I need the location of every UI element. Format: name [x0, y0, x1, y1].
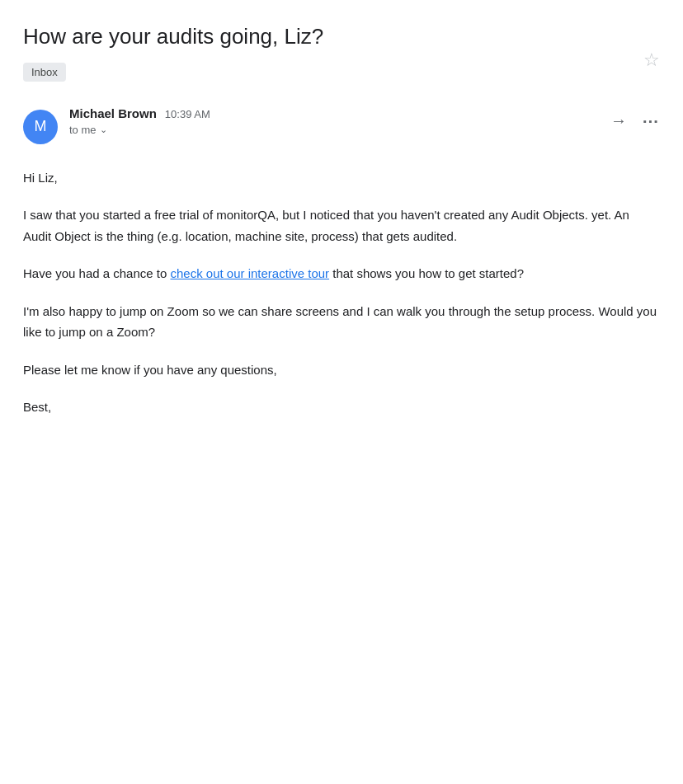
sender-info: Michael Brown 10:39 AM to me ⌄ — [69, 106, 610, 136]
sender-name-row: Michael Brown 10:39 AM — [69, 106, 610, 120]
paragraph3: I'm also happy to jump on Zoom so we can… — [23, 301, 660, 343]
reply-icon[interactable]: ← — [610, 111, 627, 130]
email-header: M Michael Brown 10:39 AM to me ⌄ ← ⋯ — [23, 106, 660, 144]
paragraph2: Have you had a chance to check out our i… — [23, 263, 660, 284]
paragraph1: I saw that you started a free trial of m… — [23, 204, 660, 246]
send-time: 10:39 AM — [165, 108, 210, 120]
greeting: Hi Liz, — [23, 167, 660, 189]
more-options-icon[interactable]: ⋯ — [642, 111, 660, 131]
inbox-badge[interactable]: Inbox — [23, 63, 66, 82]
paragraph5: Best, — [23, 397, 660, 418]
avatar: M — [23, 110, 58, 144]
email-container: ☆ How are your audits going, Liz? Inbox … — [0, 0, 683, 467]
paragraph2-before-link: Have you had a chance to — [23, 266, 170, 280]
sender-name: Michael Brown — [69, 106, 157, 120]
chevron-down-icon[interactable]: ⌄ — [100, 124, 107, 135]
to-me-row: to me ⌄ — [69, 124, 610, 136]
action-icons: ← ⋯ — [610, 111, 660, 131]
to-me-text: to me — [69, 124, 97, 136]
email-body: Hi Liz, I saw that you started a free tr… — [23, 167, 660, 418]
paragraph4: Please let me know if you have any quest… — [23, 359, 660, 381]
paragraph2-after-link: that shows you how to get started? — [329, 266, 524, 280]
interactive-tour-link[interactable]: check out our interactive tour — [170, 266, 329, 280]
avatar-initial: M — [35, 118, 47, 135]
email-subject: How are your audits going, Liz? — [23, 23, 660, 51]
star-icon[interactable]: ☆ — [643, 49, 660, 71]
